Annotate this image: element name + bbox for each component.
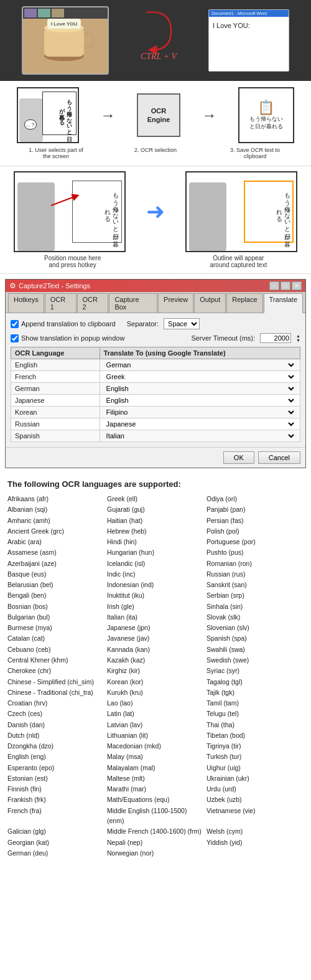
ctrl-v-label: CTRL + V — [140, 52, 177, 62]
translate-to-select[interactable]: Japanese — [104, 420, 296, 428]
language-item: Indonesian (ind) — [107, 580, 204, 590]
minimize-button[interactable]: − — [269, 281, 279, 290]
language-item: Belarusian (bel) — [7, 580, 104, 590]
language-item: Kirghiz (kir) — [107, 666, 204, 676]
ctrl-v-section: I love YOU I Love YOU — [0, 0, 311, 81]
translate-to-cell[interactable]: German — [100, 359, 300, 371]
translate-to-select[interactable]: Italian — [104, 431, 296, 440]
language-item: Galician (glg) — [7, 826, 104, 836]
language-item: Bulgarian (bul) — [7, 612, 104, 622]
speech-bubble: もう帰らないと日が暮れる — [42, 92, 77, 135]
language-item: Hungarian (hun) — [107, 547, 204, 557]
language-item: Finnish (fin) — [7, 784, 104, 794]
tab-ocr2[interactable]: OCR 2 — [77, 293, 109, 313]
tab-translate[interactable]: Translate — [264, 293, 303, 313]
language-item: Estonian (est) — [7, 773, 104, 783]
ocr-lang-cell: Korean — [11, 407, 100, 418]
language-item: Catalan (cat) — [7, 633, 104, 643]
svg-text:I Love YOU: I Love YOU — [51, 21, 78, 27]
translate-to-cell[interactable]: Greek — [100, 371, 300, 383]
manga-panel-before: もう帰らないと日が暮れる — [14, 171, 126, 252]
translate-to-cell[interactable]: Italian — [100, 430, 300, 442]
language-item: Panjabi (pan) — [207, 504, 304, 514]
language-item: Lithuanian (lit) — [107, 730, 204, 740]
ocr-engine-box: OCR Engine — [137, 93, 180, 137]
translate-to-cell[interactable]: Filipino — [100, 407, 300, 418]
tab-preview[interactable]: Preview — [158, 293, 193, 313]
popup-checkbox-wrap: Show translation in popup window — [11, 334, 124, 342]
language-item: Macedonian (mkd) — [107, 741, 204, 751]
language-item: Albanian (sqi) — [7, 504, 104, 514]
manga-panel-after: もう帰らないと日が暮れる — [185, 171, 297, 252]
language-item: Thai (tha) — [207, 720, 304, 730]
ocr-diagram: もう帰らないと日が暮れる …？ → OCR Engine → 📋 もう帰らないと… — [6, 87, 305, 143]
language-item: Danish (dan) — [7, 720, 104, 730]
language-item: Malay (msa) — [107, 751, 204, 761]
append-checkbox[interactable] — [11, 320, 19, 328]
language-item: Chinese - Traditional (chi_tra) — [7, 687, 104, 697]
titlebar-controls[interactable]: − □ ✕ — [269, 281, 302, 290]
clipboard-icon: 📋 — [258, 100, 274, 116]
language-item: Burmese (mya) — [7, 623, 104, 633]
translate-to-select[interactable]: English — [104, 384, 296, 393]
language-item: Lao (lao) — [107, 698, 204, 708]
language-item: Slovenian (slv) — [207, 623, 304, 633]
translate-to-cell[interactable]: English — [100, 383, 300, 395]
close-button[interactable]: ✕ — [292, 281, 302, 290]
language-item: Kazakh (kaz) — [107, 655, 204, 665]
language-item: Irish (gle) — [107, 601, 204, 611]
settings-window: ⚙ Capture2Text - Settings − □ ✕ Hotkeys … — [5, 279, 306, 468]
language-item: Dzongkha (dzo) — [7, 741, 104, 751]
supported-languages-section: The following OCR languages are supporte… — [0, 473, 311, 864]
language-item: Bosnian (bos) — [7, 601, 104, 611]
ocr-lang-cell: French — [11, 371, 100, 383]
separator-select[interactable]: Space — [164, 318, 200, 329]
language-item: Tajik (tgk) — [207, 687, 304, 697]
language-item: Croatian (hrv) — [7, 698, 104, 708]
tab-output[interactable]: Output — [194, 293, 226, 313]
language-item: Greek (ell) — [107, 494, 204, 504]
language-item: Cherokee (chr) — [7, 666, 104, 676]
tab-hotkeys[interactable]: Hotkeys — [8, 293, 44, 313]
dots-bubble: …？ — [24, 120, 37, 130]
language-item: Afrikaans (afr) — [7, 494, 104, 504]
language-item: Romanian (ron) — [207, 558, 304, 568]
language-item: Swedish (swe) — [207, 655, 304, 665]
translation-row: French Greek — [11, 371, 300, 383]
language-item: Gujarati (guj) — [107, 504, 204, 514]
translate-to-select[interactable]: German — [104, 360, 296, 369]
language-item: Hebrew (heb) — [107, 526, 204, 536]
manga-panel: もう帰らないと日が暮れる …？ — [17, 87, 79, 143]
language-item: Telugu (tel) — [207, 709, 304, 719]
settings-title: Capture2Text - Settings — [19, 282, 90, 290]
cancel-button[interactable]: Cancel — [258, 451, 300, 464]
tab-replace[interactable]: Replace — [226, 293, 262, 313]
language-item: Sinhala (sin) — [207, 601, 304, 611]
translate-to-select[interactable]: Filipino — [104, 408, 296, 417]
translation-row: Russian Japanese — [11, 418, 300, 430]
translate-to-select[interactable]: English — [104, 396, 296, 405]
translate-to-cell[interactable]: English — [100, 395, 300, 407]
language-item: Ancient Greek (grc) — [7, 526, 104, 536]
red-pointer-arrow — [51, 190, 88, 209]
language-item: Latin (lat) — [107, 709, 204, 719]
language-item: Persian (fas) — [207, 516, 304, 525]
speech-bubble-after: もう帰らないと日が暮れる — [244, 181, 294, 243]
timeout-input[interactable] — [260, 333, 291, 343]
supported-heading: The following OCR languages are supporte… — [7, 479, 304, 489]
hotkey-diagram: もう帰らないと日が暮れる ➜ もう帰らないと日が暮れる — [6, 171, 305, 252]
translate-to-cell[interactable]: Japanese — [100, 418, 300, 430]
language-item: Tigrinya (tir) — [207, 741, 304, 751]
translate-to-select[interactable]: Greek — [104, 372, 296, 381]
hotkey-labels: Position mouse hereand press hotkey Outl… — [6, 255, 305, 268]
maximize-button[interactable]: □ — [281, 281, 290, 290]
tab-ocr1[interactable]: OCR 1 — [45, 293, 77, 313]
hotkey-label-after: Outline will appeararound captured text — [182, 255, 294, 268]
tab-capture-box[interactable]: Capture Box — [109, 293, 157, 313]
language-item: Dutch (nld) — [7, 730, 104, 740]
popup-checkbox[interactable] — [11, 334, 19, 342]
language-item: Ukrainian (ukr) — [207, 773, 304, 783]
ok-button[interactable]: OK — [223, 451, 254, 464]
timeout-spinner[interactable]: ▲▼ — [296, 334, 300, 342]
language-item: Math/Equations (equ) — [107, 794, 204, 804]
